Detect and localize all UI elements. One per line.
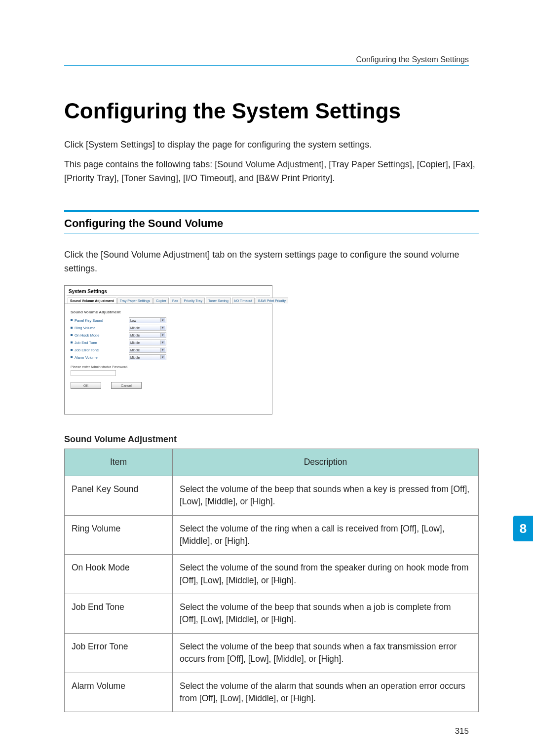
intro-paragraph-2: This page contains the following tabs: [… <box>64 158 479 186</box>
embed-select-alarm[interactable]: Middle▾ <box>129 354 166 360</box>
embed-tab-tray-paper[interactable]: Tray Paper Settings <box>117 298 153 303</box>
section-rule-bottom <box>64 233 479 233</box>
embed-cancel-button[interactable]: Cancel <box>111 382 142 389</box>
cell-item: Panel Key Sound <box>65 476 173 515</box>
chevron-down-icon: ▾ <box>160 333 165 337</box>
embed-select-job-error[interactable]: Middle▾ <box>129 347 166 353</box>
cell-item: On Hook Mode <box>65 555 173 594</box>
embed-window-title: System Settings <box>65 286 272 295</box>
cell-item: Job End Tone <box>65 594 173 634</box>
embed-select-panel-key[interactable]: Low▾ <box>129 317 166 323</box>
embed-tab-priority-tray[interactable]: Priority Tray <box>182 298 205 303</box>
th-description: Description <box>173 449 479 476</box>
embed-tabstrip: Sound Volume Adjustment Tray Paper Setti… <box>65 296 272 304</box>
embed-ok-button[interactable]: OK <box>71 382 101 389</box>
embed-group-heading: Sound Volume Adjustment <box>71 310 266 314</box>
running-header: Configuring the System Settings <box>356 55 469 64</box>
cell-desc: Select the volume of the sound from the … <box>173 555 479 594</box>
embed-select-job-end[interactable]: Middle▾ <box>129 340 166 345</box>
chapter-tab: 8 <box>513 516 533 541</box>
intro-paragraph-1: Click [System Settings] to display the p… <box>64 138 479 152</box>
embed-select-ring-volume[interactable]: Middle▾ <box>129 325 166 331</box>
cell-desc: Select the volume of the ring when a cal… <box>173 515 479 555</box>
sound-volume-table: Item Description Panel Key SoundSelect t… <box>64 449 479 712</box>
chevron-down-icon: ▾ <box>160 326 165 330</box>
cell-item: Job Error Tone <box>65 633 173 673</box>
embed-password-input[interactable] <box>71 370 116 376</box>
embed-label-alarm: Alarm Volume <box>75 355 129 360</box>
chevron-down-icon: ▾ <box>160 348 165 352</box>
embed-label-panel-key: Panel Key Sound <box>75 318 129 323</box>
embed-label-ring-volume: Ring Volume <box>75 326 129 330</box>
embed-tab-fax[interactable]: Fax <box>170 298 181 303</box>
cell-desc: Select the volume of the alarm that soun… <box>173 673 479 712</box>
table-caption: Sound Volume Adjustment <box>64 434 479 445</box>
table-row: Panel Key SoundSelect the volume of the … <box>65 476 479 515</box>
cell-desc: Select the volume of the beep that sound… <box>173 476 479 515</box>
embed-tab-bw-print-priority[interactable]: B&W Print Priority <box>256 298 288 303</box>
section-heading: Configuring the Sound Volume <box>64 217 479 230</box>
embed-tab-sound-volume[interactable]: Sound Volume Adjustment <box>68 298 116 303</box>
embedded-screenshot: System Settings Sound Volume Adjustment … <box>64 285 272 415</box>
table-row: On Hook ModeSelect the volume of the sou… <box>65 555 479 594</box>
embed-password-note: Please enter Administrator Password. <box>71 365 266 369</box>
embed-label-job-error: Job Error Tone <box>75 348 129 352</box>
header-rule <box>64 65 469 66</box>
embed-select-on-hook[interactable]: Middle▾ <box>129 332 166 338</box>
embed-tab-toner-saving[interactable]: Toner Saving <box>206 298 231 303</box>
section-body: Click the [Sound Volume Adjustment] tab … <box>64 248 479 276</box>
table-row: Alarm VolumeSelect the volume of the ala… <box>65 673 479 712</box>
embed-label-on-hook: On Hook Mode <box>75 333 129 338</box>
table-row: Job Error ToneSelect the volume of the b… <box>65 633 479 673</box>
embed-tab-io-timeout[interactable]: I/O Timeout <box>232 298 255 303</box>
th-item: Item <box>65 449 173 476</box>
page-number: 315 <box>455 726 469 736</box>
embed-label-job-end: Job End Tone <box>75 340 129 345</box>
cell-desc: Select the volume of the beep that sound… <box>173 594 479 634</box>
cell-item: Alarm Volume <box>65 673 173 712</box>
chevron-down-icon: ▾ <box>160 318 165 322</box>
section-rule-top <box>64 210 479 212</box>
table-row: Ring VolumeSelect the volume of the ring… <box>65 515 479 555</box>
chevron-down-icon: ▾ <box>160 355 165 359</box>
cell-desc: Select the volume of the beep that sound… <box>173 633 479 673</box>
cell-item: Ring Volume <box>65 515 173 555</box>
table-row: Job End ToneSelect the volume of the bee… <box>65 594 479 634</box>
page-title: Configuring the System Settings <box>64 99 479 123</box>
chevron-down-icon: ▾ <box>160 340 165 344</box>
embed-tab-copier[interactable]: Copier <box>153 298 169 303</box>
